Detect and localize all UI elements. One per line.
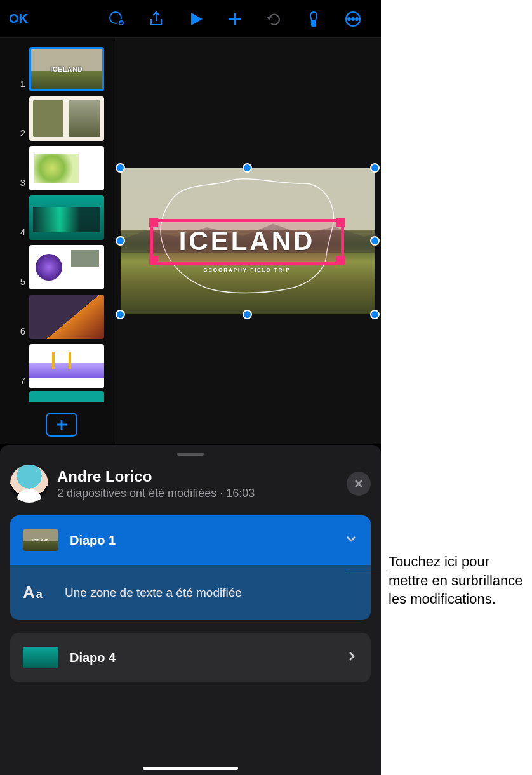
slide-subtitle: GEOGRAPHY FIELD TRIP [153,267,341,273]
activity-detail-text: Une zone de texte a été modifiée [65,586,242,600]
slide-thumb-3[interactable]: 3 [0,143,114,193]
slide-mini-thumb [23,647,58,668]
selection-handle[interactable] [116,163,125,173]
activity-card-detail[interactable]: Aa Une zone de texte a été modifiée [10,565,371,620]
activity-card-title: Diapo 4 [70,651,334,665]
slide-number: 7 [0,375,25,388]
selection-handle[interactable] [370,163,380,173]
slide-navigator[interactable]: 1 2 3 4 5 6 7 [0,38,114,444]
thumb-image[interactable] [29,47,104,91]
activity-card-header[interactable]: Diapo 1 [10,515,371,565]
top-toolbar: OK [0,0,381,38]
svg-point-4 [352,18,354,20]
activity-user-row: Andre Lorico 2 diapositives ont été modi… [10,465,371,503]
callout-leader-line [347,569,387,569]
keynote-app-window: OK [0,0,381,775]
slide-number: 5 [0,276,25,289]
close-button[interactable] [347,472,371,496]
slide-thumb-4[interactable]: 4 [0,193,114,242]
selection-handle[interactable] [243,163,252,173]
editor-workspace: 1 2 3 4 5 6 7 [0,38,381,444]
slide-canvas[interactable]: ICELAND GEOGRAPHY FIELD TRIP [121,168,375,314]
callout-text: Touchez ici pour mettre en surbrillance … [389,552,527,609]
thumb-image[interactable] [29,245,104,289]
selection-handle[interactable] [370,310,380,319]
activity-card-slide4[interactable]: Diapo 4 [10,633,371,682]
chevron-right-icon [345,650,358,665]
svg-point-5 [356,18,358,20]
toolbar-icons [108,10,362,28]
activity-card-title: Diapo 1 [70,533,333,548]
slide-thumb-2[interactable]: 2 [0,94,114,143]
chevron-down-icon [344,532,358,548]
undo-icon [265,10,283,28]
user-name: Andre Lorico [57,468,338,486]
selection-handle[interactable] [116,236,125,246]
thumb-image[interactable] [29,195,104,240]
slide-thumb-8-partial[interactable] [29,391,104,402]
text-change-icon: Aa [23,583,52,602]
collaboration-icon[interactable] [108,10,126,28]
add-slide-button[interactable] [46,413,77,437]
done-button[interactable]: OK [9,11,28,26]
slide-mini-thumb [23,529,58,551]
slide-thumb-6[interactable]: 6 [0,292,114,341]
add-icon[interactable] [226,10,244,28]
slide-number: 6 [0,326,25,339]
slide-number: 3 [0,177,25,190]
svg-point-3 [348,18,350,20]
selection-handle[interactable] [243,310,252,319]
slide-number: 4 [0,227,25,240]
thumb-image[interactable] [29,146,104,190]
slide-thumb-5[interactable]: 5 [0,242,114,292]
slide-title[interactable]: ICELAND [153,226,341,256]
selection-handle[interactable] [370,236,380,246]
activity-card-slide1[interactable]: Diapo 1 Aa Une zone de texte a été modif… [10,515,371,620]
slide-thumb-1[interactable]: 1 [0,44,114,94]
format-brush-icon[interactable] [305,10,323,28]
thumb-image[interactable] [29,96,104,141]
activity-summary: 2 diapositives ont été modifiées · 16:03 [57,487,338,500]
selection-handle[interactable] [116,310,125,319]
title-text-box-selected[interactable]: ICELAND GEOGRAPHY FIELD TRIP [150,219,344,265]
avatar [10,465,48,503]
thumb-image[interactable] [29,295,104,339]
share-icon[interactable] [147,10,165,28]
slide-number: 1 [0,78,25,91]
thumb-image[interactable] [29,344,104,388]
play-icon[interactable] [187,10,204,28]
home-indicator[interactable] [143,767,238,770]
activity-sheet[interactable]: Andre Lorico 2 diapositives ont été modi… [0,445,381,775]
slide-canvas-area[interactable]: ICELAND GEOGRAPHY FIELD TRIP [114,38,381,444]
sheet-grabber[interactable] [177,453,204,456]
slide-number: 2 [0,128,25,141]
slide-thumb-7[interactable]: 7 [0,341,114,391]
more-icon[interactable] [344,10,362,28]
